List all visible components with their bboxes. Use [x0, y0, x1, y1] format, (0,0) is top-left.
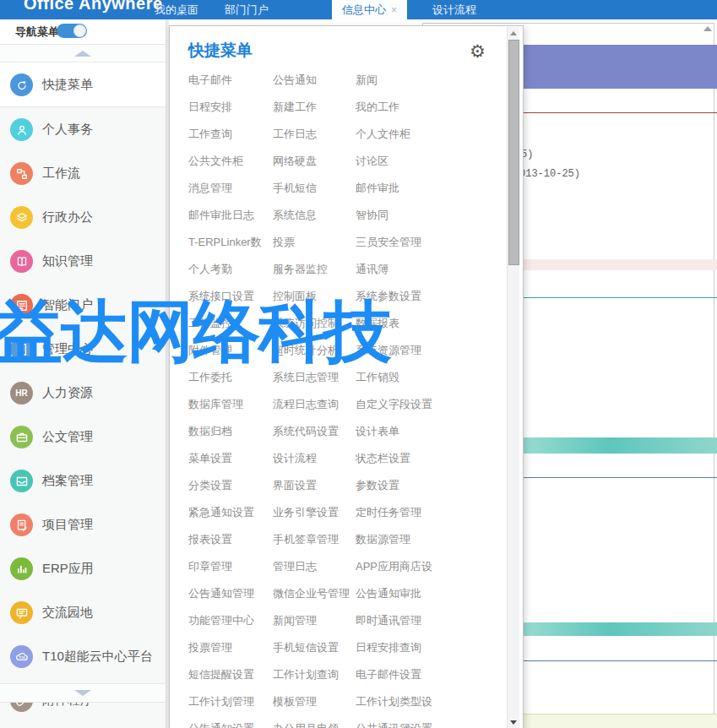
quick-menu-item[interactable]: 系统参数设置	[356, 289, 442, 302]
sidebar-collapse-top[interactable]	[0, 44, 166, 63]
quick-menu-item[interactable]: 数据报表	[356, 316, 442, 329]
quick-menu-item[interactable]: 邮件审批	[356, 181, 442, 194]
quick-menu-item[interactable]: 数据库管理	[188, 397, 270, 410]
scrollbar-up-icon[interactable]	[510, 31, 517, 35]
tab-close-icon[interactable]: ×	[391, 4, 397, 16]
quick-menu-item[interactable]: 分类设置	[188, 478, 270, 492]
tab-info-center[interactable]: 信息中心×	[332, 0, 407, 19]
quick-menu-item[interactable]: 新闻管理	[273, 613, 354, 627]
quick-menu-item[interactable]: 附件管理	[188, 343, 270, 356]
quick-menu-item[interactable]: 新闻	[356, 73, 442, 86]
quick-menu-item[interactable]: 个人考勤	[188, 262, 270, 275]
quick-menu-item[interactable]: 紧急通知设置	[188, 505, 270, 519]
quick-menu-item[interactable]: 业务引擎设置	[273, 505, 354, 519]
quick-menu-item[interactable]: 通讯簿	[356, 262, 442, 275]
tab-my-desktop[interactable]: 我的桌面	[144, 0, 209, 19]
quick-menu-item[interactable]: 设计流程	[273, 451, 354, 465]
quick-menu-item[interactable]: 菜单设置	[188, 451, 270, 465]
sidebar-item-document-mgmt[interactable]: 公文管理	[0, 415, 166, 459]
quick-menu-item[interactable]: 公告通知审批	[356, 586, 442, 600]
quick-menu-item[interactable]: 投票	[273, 235, 354, 248]
quick-menu-item[interactable]: 讨论区	[356, 154, 442, 167]
quick-menu-item[interactable]: 投票管理	[188, 640, 270, 654]
quick-menu-item[interactable]: 网络硬盘	[273, 154, 354, 167]
quick-menu-item[interactable]: 自定义字段设置	[356, 397, 442, 410]
quick-menu-item[interactable]: T-ERPLinker数	[188, 235, 270, 248]
sidebar-item-mgmt-center[interactable]: 管理中心	[0, 327, 166, 371]
quick-menu-item[interactable]: 公告通知管理	[188, 586, 270, 600]
quick-menu-item[interactable]: 定时任务管理	[356, 505, 442, 519]
quick-menu-item[interactable]: 新建工作	[273, 100, 354, 113]
scrollbar-thumb[interactable]	[508, 40, 519, 265]
quick-menu-item[interactable]: 邮件审批日志	[188, 208, 270, 221]
sidebar-item-workflow[interactable]: 工作流	[0, 151, 166, 195]
quick-menu-item[interactable]: 工作计划查询	[273, 667, 354, 681]
quick-menu-item[interactable]: APP应用商店设	[356, 559, 442, 573]
quick-menu-item[interactable]: 工作计划管理	[188, 694, 270, 708]
quick-menu-item[interactable]: 界面设置	[273, 478, 354, 492]
quick-menu-item[interactable]: 系统日志管理	[273, 370, 354, 383]
quick-menu-item[interactable]: 系统代码设置	[273, 424, 354, 437]
quick-menu-item[interactable]: 手机短信	[273, 181, 354, 194]
quick-menu-item[interactable]: 微信企业号管理	[273, 586, 354, 600]
scrollbar-down-icon[interactable]	[510, 720, 517, 725]
quick-menu-item[interactable]: 工作委托	[188, 370, 270, 383]
quick-menu-item[interactable]: 电子邮件	[188, 73, 270, 86]
quick-menu-item[interactable]: 模板管理	[273, 694, 354, 708]
quick-menu-item[interactable]: 流程日志查询	[273, 397, 354, 410]
quick-menu-item[interactable]: 数据源管理	[356, 532, 442, 546]
quick-menu-item[interactable]: 办公用品申领	[273, 721, 354, 728]
sidebar-item-smart-portal[interactable]: 智能门户	[0, 283, 166, 327]
quick-menu-item[interactable]: 电子邮件设置	[356, 667, 442, 681]
quick-menu-item[interactable]: 即时通讯管理	[356, 613, 442, 627]
quick-menu-item[interactable]: 设计表单	[356, 424, 442, 437]
sidebar-item-admin-office[interactable]: 行政办公	[0, 195, 166, 239]
quick-menu-item[interactable]: 三员安全管理	[356, 235, 442, 248]
quick-menu-item[interactable]: 系统访问控制	[273, 316, 354, 329]
sidebar-item-quick-menu[interactable]: 快捷菜单	[0, 62, 166, 107]
quick-menu-item[interactable]: 手机签章管理	[273, 532, 354, 546]
gear-icon[interactable]: ⚙	[470, 41, 486, 62]
sidebar-item-t10-cloud[interactable]: T10T10超能云中心平台	[0, 634, 166, 678]
quick-menu-item[interactable]: 工作查询	[188, 127, 270, 140]
quick-menu-item[interactable]: 工作销毁	[356, 370, 442, 383]
sidebar-item-forum[interactable]: 交流园地	[0, 590, 166, 634]
sidebar-item-project-mgmt[interactable]: 项目管理	[0, 503, 166, 546]
quick-menu-item[interactable]: 日程安排查询	[356, 640, 442, 654]
quick-menu-item[interactable]: 状态栏设置	[356, 451, 442, 465]
sidebar-item-personal-affairs[interactable]: 个人事务	[0, 107, 166, 151]
quick-menu-item[interactable]: 报表设置	[188, 532, 270, 546]
quick-menu-item[interactable]: 超时统计分析	[273, 343, 354, 356]
quick-menu-item[interactable]: 管理日志	[273, 559, 354, 573]
quick-menu-item[interactable]: 工作监控	[188, 316, 270, 329]
quick-menu-item[interactable]: 系统接口设置	[188, 289, 270, 302]
quick-menu-item[interactable]: 数据归档	[188, 424, 270, 437]
quick-menu-item[interactable]: 我的工作	[356, 100, 442, 113]
quick-menu-item[interactable]: 工作计划类型设	[356, 694, 442, 708]
scroll-up-icon[interactable]	[703, 26, 712, 31]
quick-menu-item[interactable]: 公告通知	[273, 73, 354, 86]
quick-menu-item[interactable]: 系统信息	[273, 208, 354, 221]
quick-menu-item[interactable]: 工作日志	[273, 127, 354, 140]
quick-menu-item[interactable]: 日程安排	[188, 100, 270, 113]
quick-menu-item[interactable]: 功能管理中心	[188, 613, 270, 627]
quick-menu-item[interactable]: 手机短信设置	[273, 640, 354, 654]
quick-menu-item[interactable]: 短信提醒设置	[188, 667, 270, 681]
quick-menu-item[interactable]: 控制面板	[273, 289, 354, 302]
nav-menu-toggle[interactable]	[57, 24, 87, 38]
sidebar-item-archive-mgmt[interactable]: 档案管理	[0, 459, 166, 503]
sidebar-item-erp[interactable]: ERP应用	[0, 546, 166, 590]
quick-menu-item[interactable]: 公告通知设置	[188, 721, 270, 728]
quick-menu-item[interactable]: 服务器监控	[273, 262, 354, 275]
quick-menu-item[interactable]: 智协同	[356, 208, 442, 221]
quick-menu-item[interactable]: 消息管理	[188, 181, 270, 194]
quick-menu-item[interactable]: 公共文件柜	[188, 154, 270, 167]
quick-menu-item[interactable]: 系统资源管理	[356, 343, 442, 356]
sidebar-item-knowledge-mgmt[interactable]: 知识管理	[0, 239, 166, 283]
quick-menu-item[interactable]: 个人文件柜	[356, 127, 442, 140]
sidebar-item-hr[interactable]: HR人力资源	[0, 371, 166, 415]
quick-menu-item[interactable]: 印章管理	[188, 559, 270, 573]
tab-design-flow[interactable]: 设计流程	[407, 0, 502, 19]
quick-menu-item[interactable]: 参数设置	[356, 478, 442, 492]
sidebar-collapse-bottom[interactable]	[0, 683, 166, 703]
